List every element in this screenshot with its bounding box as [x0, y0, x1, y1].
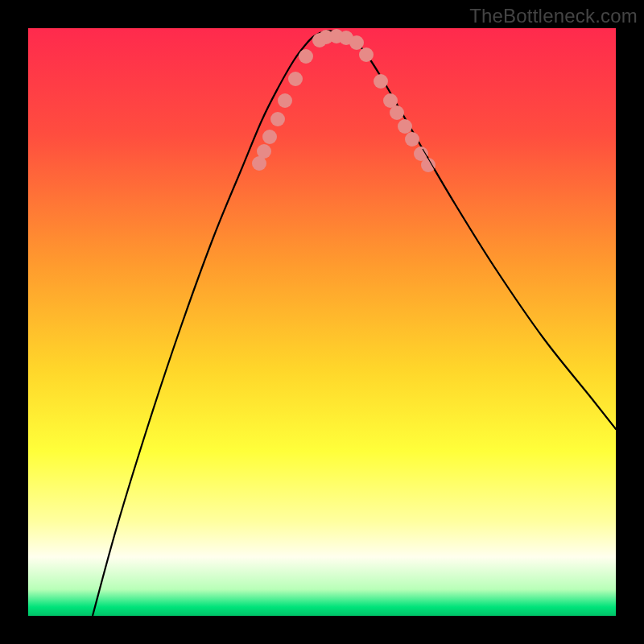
curve-markers — [252, 29, 436, 172]
curve-marker — [390, 105, 404, 120]
curve-marker — [299, 49, 313, 64]
curve-marker — [278, 93, 292, 108]
curve-marker — [270, 112, 285, 126]
curve-marker — [398, 119, 412, 134]
curve-marker — [405, 132, 419, 147]
curve-marker — [288, 72, 303, 86]
plot-frame — [28, 28, 616, 616]
curve-marker — [349, 35, 364, 50]
chart-svg — [28, 28, 616, 616]
curve-marker — [359, 47, 374, 62]
bottleneck-curve — [93, 31, 616, 616]
watermark-text: TheBottleneck.com — [469, 5, 638, 27]
curve-marker — [421, 158, 436, 172]
curve-marker — [374, 74, 388, 89]
curve-marker — [262, 130, 277, 144]
bottleneck-curve-thin — [423, 149, 616, 429]
curve-marker — [257, 144, 271, 159]
